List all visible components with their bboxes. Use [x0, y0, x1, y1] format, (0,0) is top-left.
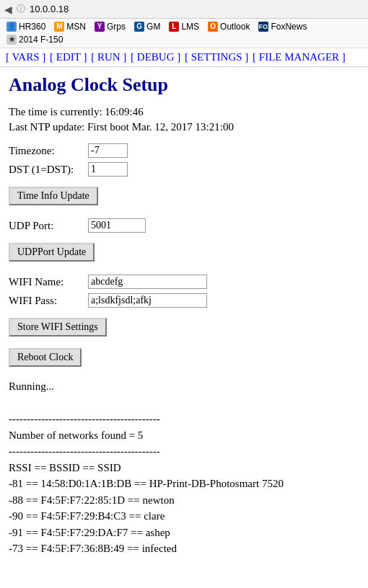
- output-display: Running... -----------------------------…: [9, 378, 359, 557]
- f150-icon: ★: [6, 35, 17, 45]
- bookmark-hr360-label: HR360: [19, 22, 45, 32]
- reboot-clock-button[interactable]: Reboot Clock: [9, 348, 82, 367]
- bookmark-lms-label: LMS: [181, 22, 199, 32]
- wifi-name-label: WIFI Name:: [9, 276, 88, 288]
- udp-section: UDP Port:: [9, 218, 359, 233]
- timezone-label: Timezone:: [9, 145, 88, 157]
- wifi-pass-label: WIFI Pass:: [9, 295, 88, 307]
- bookmark-hr360[interactable]: 👤 HR360: [3, 21, 49, 32]
- address-bar: ◀ ⓘ 10.0.0.18: [0, 0, 368, 19]
- wifi-name-input[interactable]: [88, 275, 207, 289]
- ntp-update-display: Last NTP update: First boot Mar. 12, 201…: [9, 121, 359, 133]
- back-button[interactable]: ◀: [4, 4, 12, 15]
- bookmark-gm[interactable]: G GM: [131, 21, 164, 32]
- dst-row: DST (1=DST):: [9, 162, 359, 177]
- udp-port-row: UDP Port:: [9, 218, 359, 233]
- dst-label: DST (1=DST):: [9, 164, 88, 176]
- time-info-update-button[interactable]: Time Info Update: [9, 187, 98, 205]
- bookmark-grps[interactable]: Y Grps: [91, 21, 129, 32]
- msn-icon: M: [54, 22, 64, 32]
- outlook-icon: O: [208, 22, 218, 32]
- nav-debug[interactable]: [ DEBUG ]: [131, 51, 180, 63]
- wifi-pass-row: WIFI Pass:: [9, 293, 359, 308]
- gm-icon: G: [134, 22, 144, 32]
- bookmark-msn-label: MSN: [66, 22, 86, 32]
- bookmark-grps-label: Grps: [107, 22, 126, 32]
- bookmark-outlook-label: Outlook: [220, 22, 250, 32]
- dst-input[interactable]: [88, 162, 128, 177]
- bookmark-f150-label: 2014 F-150: [19, 35, 63, 45]
- udp-port-input[interactable]: [88, 218, 146, 233]
- timezone-row: Timezone:: [9, 143, 359, 158]
- timezone-section: Timezone: DST (1=DST):: [9, 143, 359, 177]
- bookmark-lms[interactable]: L LMS: [165, 21, 203, 32]
- bookmark-outlook[interactable]: O Outlook: [204, 21, 253, 32]
- timezone-input[interactable]: [88, 143, 128, 158]
- nav-run[interactable]: [ RUN ]: [91, 51, 126, 63]
- udp-port-update-button[interactable]: UDPPort Update: [9, 243, 95, 262]
- main-content: Analog Clock Setup The time is currently…: [0, 67, 368, 564]
- bookmark-f150[interactable]: ★ 2014 F-150: [3, 34, 66, 45]
- foxnews-icon: FOX: [258, 22, 268, 32]
- wifi-pass-input[interactable]: [88, 293, 207, 308]
- bookmark-msn[interactable]: M MSN: [51, 21, 89, 32]
- info-icon: ⓘ: [17, 3, 25, 15]
- nav-vars[interactable]: [ VARS ]: [6, 51, 45, 63]
- bookmark-foxnews[interactable]: FOX FoxNews: [255, 21, 310, 32]
- page-title: Analog Clock Setup: [9, 74, 359, 96]
- nav-menu: [ VARS ] [ EDIT ] [ RUN ] [ DEBUG ] [ SE…: [0, 48, 368, 67]
- url-display[interactable]: 10.0.0.18: [30, 4, 69, 14]
- wifi-name-row: WIFI Name:: [9, 275, 359, 289]
- current-time-display: The time is currently: 16:09:46: [9, 106, 359, 118]
- bookmarks-bar: 👤 HR360 M MSN Y Grps G GM L LMS O Outloo…: [0, 19, 368, 48]
- udp-port-label: UDP Port:: [9, 220, 88, 232]
- bookmark-gm-label: GM: [146, 22, 160, 32]
- wifi-section: WIFI Name: WIFI Pass:: [9, 275, 359, 308]
- nav-edit[interactable]: [ EDIT ]: [50, 51, 87, 63]
- hr360-icon: 👤: [6, 22, 17, 32]
- nav-file-manager[interactable]: [ FILE MANAGER ]: [253, 51, 346, 63]
- store-wifi-button[interactable]: Store WIFI Settings: [9, 318, 107, 337]
- lms-icon: L: [169, 22, 179, 32]
- nav-settings[interactable]: [ SETTINGS ]: [185, 51, 248, 63]
- grps-icon: Y: [95, 22, 105, 32]
- bookmark-foxnews-label: FoxNews: [271, 22, 307, 32]
